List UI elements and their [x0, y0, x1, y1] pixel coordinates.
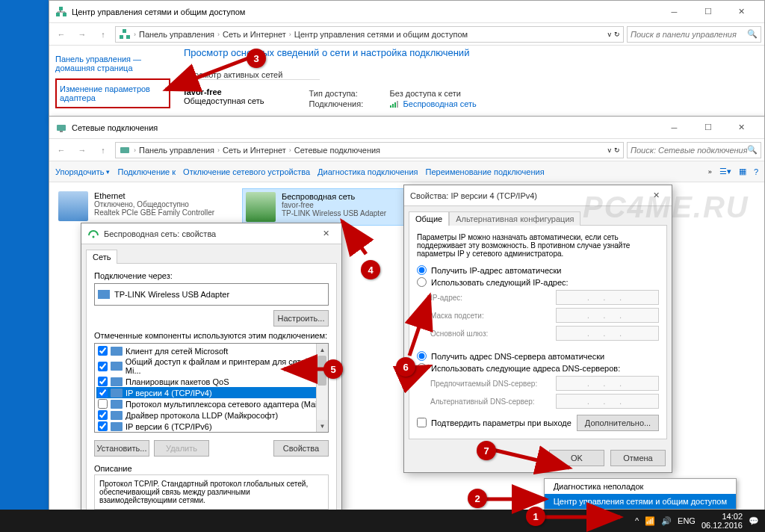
breadcrumb-item[interactable]: Панель управления	[139, 146, 214, 155]
search-box[interactable]: 🔍	[627, 26, 761, 43]
radio-ip-manual[interactable]: Использовать следующий IP-адрес:	[417, 277, 659, 287]
nav-up-button[interactable]: ↑	[94, 141, 112, 159]
tab-general[interactable]: Общие	[409, 211, 449, 226]
connection-link[interactable]: Беспроводная сеть	[403, 99, 477, 108]
gateway-input: . . .	[556, 326, 659, 341]
breadcrumb-refresh[interactable]: ↻	[614, 146, 620, 154]
component-item[interactable]: Планировщик пакетов QoS	[96, 376, 326, 387]
install-button[interactable]: Установить...	[94, 440, 149, 457]
nav-back-button[interactable]: ←	[52, 25, 70, 43]
intro-text: Параметры IP можно назначать автоматичес…	[417, 233, 659, 258]
breadcrumb[interactable]: › Панель управления › Сеть и Интернет › …	[115, 26, 624, 43]
scroll-down-button[interactable]: ▼	[317, 420, 328, 432]
nav-fwd-button[interactable]: →	[73, 25, 91, 43]
component-item[interactable]: Протокол мультиплексора сетевого адаптер…	[96, 398, 326, 409]
component-item[interactable]: Общий доступ к файлам и принтерам для се…	[96, 356, 326, 376]
annotation-4: 4	[361, 260, 380, 279]
radio-dns-manual[interactable]: Использовать следующие адреса DNS-сервер…	[417, 363, 659, 373]
tray-volume-icon[interactable]: 🔊	[661, 516, 672, 526]
radio-ip-auto[interactable]: Получить IP-адрес автоматически	[417, 265, 659, 275]
tb-rename[interactable]: Переименование подключения	[426, 167, 545, 176]
tb-connect-to[interactable]: Подключение к	[117, 167, 176, 176]
component-item[interactable]: IP версии 6 (TCP/IPv6)	[96, 421, 326, 432]
nav-back-button[interactable]: ←	[52, 141, 70, 159]
svg-rect-10	[57, 125, 66, 131]
tb-disable[interactable]: Отключение сетевого устройства	[183, 167, 310, 176]
tray-network-icon[interactable]: 📶	[645, 516, 655, 526]
sidebar-home-link[interactable]: Панель управления — домашняя страница	[55, 55, 170, 72]
component-item[interactable]: Клиент для сетей Microsoft	[96, 345, 326, 356]
menu-item-open-center[interactable]: Центр управления сетями и общим доступом	[545, 494, 736, 509]
nav-row: ← → ↑ › Панель управления › Сеть и Интер…	[49, 139, 764, 161]
search-box[interactable]: 🔍	[627, 142, 761, 158]
dialog-title: Беспроводная сеть: свойства	[104, 229, 316, 238]
network-icon	[55, 6, 67, 18]
details-pane-button[interactable]: ▦	[739, 167, 746, 176]
search-input[interactable]	[631, 146, 747, 155]
ok-button[interactable]: OK	[549, 450, 604, 466]
tb-diagnose[interactable]: Диагностика подключения	[318, 167, 418, 176]
minimize-button[interactable]: ─	[657, 117, 691, 138]
close-button[interactable]: ✕	[725, 1, 758, 22]
window-title: Центр управления сетями и общим доступом	[72, 7, 657, 16]
breadcrumb-item[interactable]: Сеть и Интернет	[223, 146, 286, 155]
configure-button[interactable]: Настроить...	[273, 310, 329, 327]
adapter-ethernet[interactable]: Ethernet Отключено, Общедоступно Realtek…	[55, 188, 227, 226]
breadcrumb-refresh[interactable]: ↻	[614, 31, 620, 38]
breadcrumb-dropdown[interactable]: v	[608, 146, 612, 154]
minimize-button[interactable]: ─	[657, 1, 691, 22]
scrollbar[interactable]: ▲ ▼	[316, 344, 328, 432]
breadcrumb-dropdown[interactable]: v	[608, 31, 612, 38]
view-icons-button[interactable]: ☰▾	[719, 167, 731, 176]
maximize-button[interactable]: ☐	[691, 1, 725, 22]
svg-rect-11	[60, 131, 63, 132]
nav-fwd-button[interactable]: →	[73, 141, 91, 159]
component-item[interactable]: IP версии 4 (TCP/IPv4)	[96, 387, 326, 398]
help-button[interactable]: ?	[754, 167, 758, 176]
scroll-up-button[interactable]: ▲	[317, 344, 328, 356]
search-input[interactable]	[631, 30, 747, 39]
annotation-2: 2	[468, 489, 487, 508]
radio-dns-auto[interactable]: Получить адрес DNS-сервера автоматически	[417, 351, 659, 361]
window-title: Сетевые подключения	[72, 123, 657, 132]
tray-chevron-icon[interactable]: ^	[635, 516, 639, 525]
annotation-3: 3	[247, 49, 266, 68]
close-button[interactable]: ✕	[316, 226, 335, 242]
breadcrumb-item[interactable]: Центр управления сетями и общим доступом	[294, 30, 468, 39]
close-button[interactable]: ✕	[646, 188, 666, 204]
component-item[interactable]: Драйвер протокола LLDP (Майкрософт)	[96, 409, 326, 421]
tray-clock[interactable]: 14:02 06.12.2016	[701, 512, 743, 530]
tray-notifications-icon[interactable]: 💬	[749, 516, 759, 526]
annotation-7: 7	[477, 441, 496, 460]
cancel-button[interactable]: Отмена	[610, 450, 666, 466]
tb-organize[interactable]: Упорядочить ▾	[55, 167, 110, 176]
tab-alt-config[interactable]: Альтернативная конфигурация	[449, 211, 580, 226]
maximize-button[interactable]: ☐	[691, 117, 725, 138]
taskbar: ^ 📶 🔊 ENG 14:02 06.12.2016 💬	[0, 510, 765, 532]
tab-network[interactable]: Сеть	[86, 250, 117, 264]
breadcrumb-item[interactable]: Сетевые подключения	[294, 146, 380, 155]
network-type: Общедоступная сеть	[184, 96, 264, 105]
components-list[interactable]: Клиент для сетей MicrosoftОбщий доступ к…	[94, 343, 329, 433]
titlebar: Сетевые подключения ─ ☐ ✕	[49, 117, 764, 139]
advanced-button[interactable]: Дополнительно...	[577, 415, 659, 431]
chevron-right-icon[interactable]: »	[708, 168, 712, 176]
sidebar-change-adapter-link[interactable]: Изменение параметров адаптера	[55, 78, 170, 108]
access-type-value: Без доступа к сети	[390, 89, 461, 98]
wireless-icon	[87, 228, 99, 240]
uninstall-button: Удалить	[154, 440, 209, 457]
gateway-label: Основной шлюз:	[430, 330, 550, 338]
close-button[interactable]: ✕	[725, 117, 758, 138]
properties-button[interactable]: Свойства	[273, 440, 329, 457]
menu-item-diagnose[interactable]: Диагностика неполадок	[545, 479, 736, 494]
ip-input: . . .	[556, 290, 659, 305]
breadcrumb[interactable]: › Панель управления › Сеть и Интернет › …	[115, 142, 624, 158]
wifi-icon	[390, 100, 400, 108]
nav-up-button[interactable]: ↑	[94, 25, 112, 43]
adapter-wireless[interactable]: Беспроводная сеть favor-free TP-LINK Wir…	[242, 188, 414, 226]
tray-language[interactable]: ENG	[678, 516, 696, 525]
breadcrumb-item[interactable]: Сеть и Интернет	[223, 30, 286, 39]
mask-label: Маска подсети:	[430, 312, 550, 320]
breadcrumb-item[interactable]: Панель управления	[139, 30, 214, 39]
annotation-5: 5	[323, 359, 343, 379]
